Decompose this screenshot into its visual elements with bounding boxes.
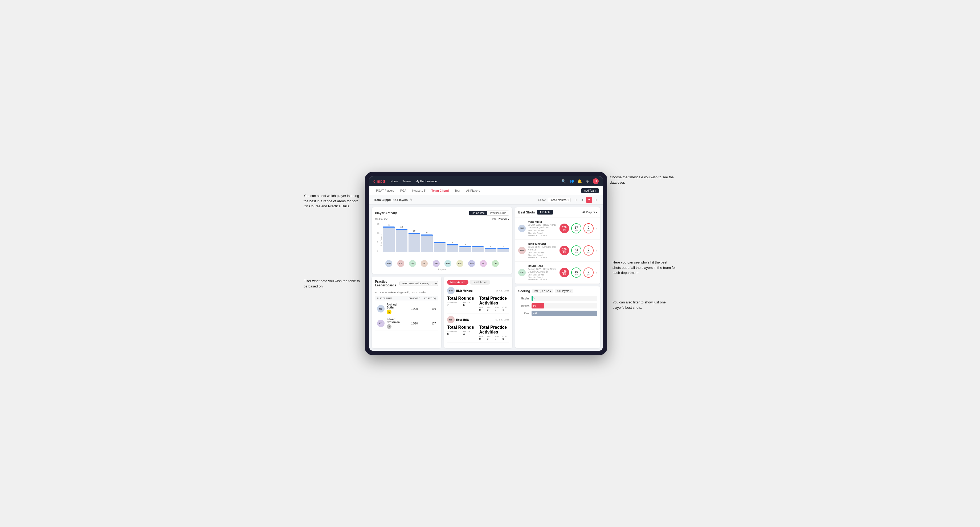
avatar-bm[interactable]: BM (385, 260, 392, 267)
ap-avatar-1: BM (447, 287, 455, 294)
ap-app-1: APP 0 (487, 306, 494, 311)
tablet-screen: clippd Home Teams My Performance 🔍 👥 🔔 ⊕… (369, 176, 603, 351)
ap-name-text-1: Blair McHarg (456, 289, 473, 292)
bar-m-miller: 3 (472, 243, 484, 252)
timescale-dropdown[interactable]: Last 3 months ▾ (548, 198, 571, 202)
tablet-shell: clippd Home Teams My Performance 🔍 👥 🔔 ⊕… (365, 172, 607, 355)
tab-tour[interactable]: Tour (452, 186, 463, 195)
chart-metric-dropdown[interactable]: Total Rounds ▾ (492, 218, 509, 221)
nav-home[interactable]: Home (390, 179, 398, 184)
pars-bar-container: 499 (531, 311, 597, 316)
ap-practice-acts-label-1: Total Practice Activities (479, 296, 509, 306)
x-axis-label: Players (375, 268, 509, 271)
best-shots-header: Best Shots All Shots All Players ▾ (515, 207, 600, 217)
view-icons: ⊞ ≡ ♥ ⊟ (573, 197, 599, 203)
ap-gtt-2: GTT 0 (479, 335, 486, 340)
scoring-filter-chevron-2: ▾ (570, 290, 571, 292)
nav-my-performance[interactable]: My Performance (415, 179, 437, 184)
tab-pgat-players[interactable]: PGAT Players (373, 186, 397, 195)
pars-bar: 499 (531, 311, 597, 316)
card-view-icon[interactable]: ♥ (586, 197, 592, 203)
shot-row-matt-miller[interactable]: MM Matt Miller 09 Jun 2023 · Royal North… (515, 217, 600, 240)
search-icon[interactable]: 🔍 (561, 179, 566, 184)
all-players-filter[interactable]: All Players ▾ (582, 211, 597, 214)
nav-teams[interactable]: Teams (402, 179, 411, 184)
scoring-title: Scoring (518, 289, 530, 293)
lb-avatar-1: RB (377, 305, 385, 313)
shot-player-info-2: Blair McHarg 23 Jul 2023 · Ashridge GC, … (528, 242, 557, 259)
leaderboard-row-1[interactable]: RB Richard Butler 1 19/20 110 (375, 302, 438, 316)
eagles-value: 3 (533, 297, 535, 300)
tab-hcaps[interactable]: Hcaps 1-5 (410, 186, 428, 195)
plus-circle-icon[interactable]: ⊕ (585, 179, 590, 184)
practice-leaderboards-card: Practice Leaderboards PUTT Must Make Put… (372, 276, 441, 348)
shot-sg-badge-2: 200 SG (560, 246, 569, 255)
most-active-tab[interactable]: Most Active (447, 280, 468, 285)
shot-metric-2: 0 yds (584, 223, 593, 233)
score-bars: Eagles 3 Birdies (518, 296, 597, 316)
all-players-label: All Players (582, 211, 595, 214)
avatar-lr[interactable]: LR (492, 260, 499, 267)
player-activity-title: Player Activity (375, 211, 397, 215)
avatar-gb[interactable]: GB (444, 260, 451, 267)
edit-team-icon[interactable]: ✎ (410, 198, 412, 202)
score-row-eagles: Eagles 3 (518, 296, 597, 301)
avatar-ee[interactable]: EE (433, 260, 440, 267)
shot-yds2-2: 0 yds (584, 245, 593, 256)
least-active-tab[interactable]: Least Active (469, 280, 490, 285)
shot-player-info-1: Matt Miller 09 Jun 2023 · Royal North De… (528, 220, 557, 237)
birdies-label: Birdies (518, 305, 530, 307)
team-title: Team Clippd | 14 Players (373, 198, 408, 202)
practice-selector[interactable]: PUTT Must Make Putting ... (399, 281, 438, 286)
leaderboard-header: PLAYER NAME PB SCORE PB AVG SQ (375, 296, 438, 300)
shot-player-name-1: Matt Miller (528, 220, 557, 223)
timescale-value: Last 3 months (550, 198, 566, 202)
avatar-ec[interactable]: EC (480, 260, 487, 267)
shot-chevron-1: › (596, 226, 597, 230)
y-15: 15 (377, 223, 379, 225)
shot-row-david-ford[interactable]: DF David Ford 24 Aug 2023 · Royal North … (515, 262, 600, 284)
ap-rounds-1: Total Rounds Tournament 7 Practice (447, 296, 477, 311)
avatar-rb2[interactable]: RB (457, 260, 463, 267)
shot-yds-1: 67 yds (571, 223, 581, 233)
nav-icons: 🔍 👥 🔔 ⊕ U (561, 178, 599, 184)
on-course-label: On Course (375, 218, 388, 221)
show-label: Show: (538, 198, 546, 202)
ap-rounds-2: Total Rounds Tournament 8 Practice (447, 325, 477, 340)
ap-tournament-1: Tournament 7 (447, 302, 461, 306)
people-icon[interactable]: 👥 (569, 179, 574, 184)
col-player-name: PLAYER NAME (377, 297, 404, 300)
avatar-df[interactable]: DF (409, 260, 416, 267)
bar-b-mcharg: 13 (383, 224, 395, 252)
all-shots-tab[interactable]: All Shots (537, 210, 553, 214)
bar-e-ebert: 5 (434, 239, 445, 252)
user-avatar[interactable]: U (593, 178, 599, 184)
list-view-icon[interactable]: ≡ (579, 197, 585, 203)
shot-yds-3: 16 yds (571, 268, 581, 278)
bar-e-crossman: 2 (485, 245, 496, 252)
scoring-filter-1[interactable]: Par 3, 4 & 5s ▾ (532, 289, 553, 293)
tab-all-players[interactable]: All Players (464, 186, 483, 195)
avatar-jc[interactable]: JC (421, 260, 428, 267)
add-team-button[interactable]: Add Team (581, 188, 599, 193)
practice-drills-toggle[interactable]: Practice Drills (487, 211, 509, 215)
leaderboard-row-2[interactable]: EC Edward Crossman 2 18/20 107 (375, 316, 438, 331)
avatar-rb[interactable]: RB (397, 260, 404, 267)
y-0: 0 (377, 250, 379, 252)
ap-practice-2: Practice 4 (463, 330, 477, 336)
ap-practice-vals-1: GTT 0 APP 0 (479, 306, 509, 311)
shot-details-2: Shot Dist: 43 yds Start Lie: Rough End L… (528, 252, 557, 259)
on-course-toggle[interactable]: On Course (469, 211, 487, 215)
top-nav: clippd Home Teams My Performance 🔍 👥 🔔 ⊕… (369, 176, 603, 186)
bar-r-butler: 3 (460, 243, 471, 252)
col-pb-avg: PB AVG SQ (420, 297, 436, 300)
tab-team-clippd[interactable]: Team Clippd (429, 186, 451, 195)
lb-score-2: 18/20 (402, 322, 418, 325)
table-view-icon[interactable]: ⊟ (593, 197, 599, 203)
grid-view-icon[interactable]: ⊞ (573, 197, 579, 203)
tab-pga[interactable]: PGA (398, 186, 409, 195)
scoring-filter-2[interactable]: All Players ▾ (555, 289, 573, 293)
avatar-mm[interactable]: MM (468, 260, 475, 267)
bell-icon[interactable]: 🔔 (577, 179, 582, 184)
shot-row-blair-mcharg[interactable]: BM Blair McHarg 23 Jul 2023 · Ashridge G… (515, 240, 600, 262)
